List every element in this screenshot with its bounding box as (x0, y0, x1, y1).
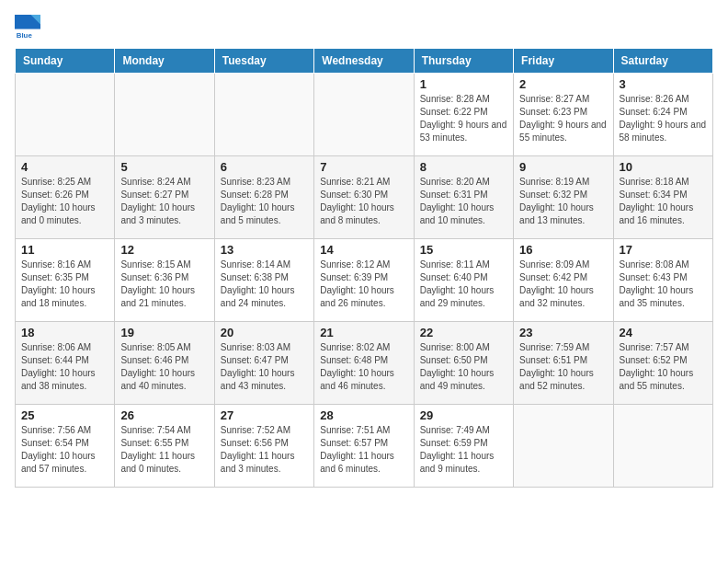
calendar-cell: 13Sunrise: 8:14 AM Sunset: 6:38 PM Dayli… (214, 239, 313, 322)
logo-icon: Blue (15, 15, 40, 40)
day-info: Sunrise: 8:02 AM Sunset: 6:48 PM Dayligh… (320, 341, 407, 393)
day-number: 3 (620, 77, 707, 91)
day-number: 25 (21, 408, 108, 422)
calendar-cell: 18Sunrise: 8:06 AM Sunset: 6:44 PM Dayli… (16, 322, 115, 405)
calendar-cell: 11Sunrise: 8:16 AM Sunset: 6:35 PM Dayli… (16, 239, 115, 322)
calendar-cell: 19Sunrise: 8:05 AM Sunset: 6:46 PM Dayli… (115, 322, 214, 405)
day-number: 20 (221, 326, 308, 339)
calendar-cell: 12Sunrise: 8:15 AM Sunset: 6:36 PM Dayli… (115, 239, 214, 322)
calendar-cell: 14Sunrise: 8:12 AM Sunset: 6:39 PM Dayli… (314, 239, 414, 322)
day-number: 18 (21, 326, 108, 339)
day-info: Sunrise: 8:20 AM Sunset: 6:31 PM Dayligh… (420, 176, 507, 227)
calendar-cell: 23Sunrise: 7:59 AM Sunset: 6:51 PM Dayli… (514, 322, 613, 405)
day-number: 1 (420, 77, 507, 91)
page-header: Blue (15, 15, 713, 40)
calendar-week-row: 1Sunrise: 8:28 AM Sunset: 6:22 PM Daylig… (16, 74, 713, 156)
day-number: 7 (320, 160, 407, 174)
calendar-cell (214, 74, 313, 156)
calendar-table: SundayMondayTuesdayWednesdayThursdayFrid… (15, 48, 713, 488)
day-number: 16 (519, 243, 607, 257)
calendar-cell: 1Sunrise: 8:28 AM Sunset: 6:22 PM Daylig… (414, 74, 513, 156)
day-number: 9 (519, 160, 607, 174)
calendar-cell: 15Sunrise: 8:11 AM Sunset: 6:40 PM Dayli… (414, 239, 513, 322)
calendar-cell: 21Sunrise: 8:02 AM Sunset: 6:48 PM Dayli… (314, 322, 414, 405)
day-number: 21 (320, 326, 407, 339)
day-info: Sunrise: 8:03 AM Sunset: 6:47 PM Dayligh… (221, 341, 308, 393)
day-number: 17 (620, 243, 707, 257)
calendar-cell: 4Sunrise: 8:25 AM Sunset: 6:26 PM Daylig… (16, 156, 115, 239)
day-number: 27 (221, 408, 308, 422)
calendar-cell: 25Sunrise: 7:56 AM Sunset: 6:54 PM Dayli… (16, 405, 115, 488)
day-number: 11 (21, 243, 108, 257)
day-info: Sunrise: 8:14 AM Sunset: 6:38 PM Dayligh… (221, 259, 308, 310)
day-info: Sunrise: 7:49 AM Sunset: 6:59 PM Dayligh… (420, 424, 507, 476)
calendar-cell: 5Sunrise: 8:24 AM Sunset: 6:27 PM Daylig… (115, 156, 214, 239)
day-number: 4 (21, 160, 108, 174)
day-number: 8 (420, 160, 507, 174)
day-info: Sunrise: 8:28 AM Sunset: 6:22 PM Dayligh… (420, 93, 507, 144)
weekday-header: Friday (514, 49, 613, 74)
calendar-cell: 7Sunrise: 8:21 AM Sunset: 6:30 PM Daylig… (314, 156, 414, 239)
weekday-header: Thursday (414, 49, 513, 74)
calendar-cell: 24Sunrise: 7:57 AM Sunset: 6:52 PM Dayli… (613, 322, 712, 405)
day-info: Sunrise: 8:08 AM Sunset: 6:43 PM Dayligh… (620, 259, 707, 310)
day-number: 29 (420, 408, 507, 422)
calendar-cell (314, 74, 414, 156)
day-number: 2 (519, 77, 607, 91)
day-info: Sunrise: 8:23 AM Sunset: 6:28 PM Dayligh… (221, 176, 308, 227)
day-number: 6 (221, 160, 308, 174)
day-info: Sunrise: 8:18 AM Sunset: 6:34 PM Dayligh… (620, 176, 707, 227)
calendar-cell: 9Sunrise: 8:19 AM Sunset: 6:32 PM Daylig… (514, 156, 613, 239)
day-info: Sunrise: 8:16 AM Sunset: 6:35 PM Dayligh… (21, 259, 108, 310)
day-info: Sunrise: 8:11 AM Sunset: 6:40 PM Dayligh… (420, 259, 507, 310)
day-info: Sunrise: 8:00 AM Sunset: 6:50 PM Dayligh… (420, 341, 507, 393)
day-number: 19 (120, 326, 208, 339)
day-info: Sunrise: 7:54 AM Sunset: 6:55 PM Dayligh… (120, 424, 208, 476)
calendar-week-row: 11Sunrise: 8:16 AM Sunset: 6:35 PM Dayli… (16, 239, 713, 322)
calendar-cell: 28Sunrise: 7:51 AM Sunset: 6:57 PM Dayli… (314, 405, 414, 488)
day-number: 13 (221, 243, 308, 257)
day-info: Sunrise: 7:56 AM Sunset: 6:54 PM Dayligh… (21, 424, 108, 476)
day-info: Sunrise: 7:52 AM Sunset: 6:56 PM Dayligh… (221, 424, 308, 476)
calendar-body: 1Sunrise: 8:28 AM Sunset: 6:22 PM Daylig… (16, 74, 713, 488)
day-number: 5 (120, 160, 208, 174)
calendar-cell: 10Sunrise: 8:18 AM Sunset: 6:34 PM Dayli… (613, 156, 712, 239)
day-info: Sunrise: 8:27 AM Sunset: 6:23 PM Dayligh… (519, 93, 607, 144)
day-info: Sunrise: 7:59 AM Sunset: 6:51 PM Dayligh… (519, 341, 607, 393)
day-number: 14 (320, 243, 407, 257)
day-info: Sunrise: 8:15 AM Sunset: 6:36 PM Dayligh… (120, 259, 208, 310)
calendar-cell: 27Sunrise: 7:52 AM Sunset: 6:56 PM Dayli… (214, 405, 313, 488)
day-number: 23 (519, 326, 607, 339)
calendar-cell (613, 405, 712, 488)
weekday-header: Tuesday (214, 49, 313, 74)
day-info: Sunrise: 8:24 AM Sunset: 6:27 PM Dayligh… (120, 176, 208, 227)
day-number: 24 (620, 326, 707, 339)
calendar-cell: 29Sunrise: 7:49 AM Sunset: 6:59 PM Dayli… (414, 405, 513, 488)
day-info: Sunrise: 7:57 AM Sunset: 6:52 PM Dayligh… (620, 341, 707, 393)
day-info: Sunrise: 8:05 AM Sunset: 6:46 PM Dayligh… (120, 341, 208, 393)
calendar-cell: 2Sunrise: 8:27 AM Sunset: 6:23 PM Daylig… (514, 74, 613, 156)
day-number: 28 (320, 408, 407, 422)
day-info: Sunrise: 8:21 AM Sunset: 6:30 PM Dayligh… (320, 176, 407, 227)
day-number: 15 (420, 243, 507, 257)
day-info: Sunrise: 8:06 AM Sunset: 6:44 PM Dayligh… (21, 341, 108, 393)
calendar-cell: 22Sunrise: 8:00 AM Sunset: 6:50 PM Dayli… (414, 322, 513, 405)
calendar-cell: 16Sunrise: 8:09 AM Sunset: 6:42 PM Dayli… (514, 239, 613, 322)
weekday-row: SundayMondayTuesdayWednesdayThursdayFrid… (16, 49, 713, 74)
day-number: 26 (120, 408, 208, 422)
day-number: 10 (620, 160, 707, 174)
calendar-cell: 6Sunrise: 8:23 AM Sunset: 6:28 PM Daylig… (214, 156, 313, 239)
calendar-cell: 8Sunrise: 8:20 AM Sunset: 6:31 PM Daylig… (414, 156, 513, 239)
calendar-cell (514, 405, 613, 488)
day-info: Sunrise: 7:51 AM Sunset: 6:57 PM Dayligh… (320, 424, 407, 476)
day-info: Sunrise: 8:19 AM Sunset: 6:32 PM Dayligh… (519, 176, 607, 227)
weekday-header: Monday (115, 49, 214, 74)
day-info: Sunrise: 8:25 AM Sunset: 6:26 PM Dayligh… (21, 176, 108, 227)
weekday-header: Saturday (613, 49, 712, 74)
day-info: Sunrise: 8:12 AM Sunset: 6:39 PM Dayligh… (320, 259, 407, 310)
logo: Blue (15, 15, 44, 40)
weekday-header: Wednesday (314, 49, 414, 74)
calendar-header: SundayMondayTuesdayWednesdayThursdayFrid… (16, 49, 713, 74)
svg-text:Blue: Blue (17, 31, 33, 40)
calendar-cell: 26Sunrise: 7:54 AM Sunset: 6:55 PM Dayli… (115, 405, 214, 488)
